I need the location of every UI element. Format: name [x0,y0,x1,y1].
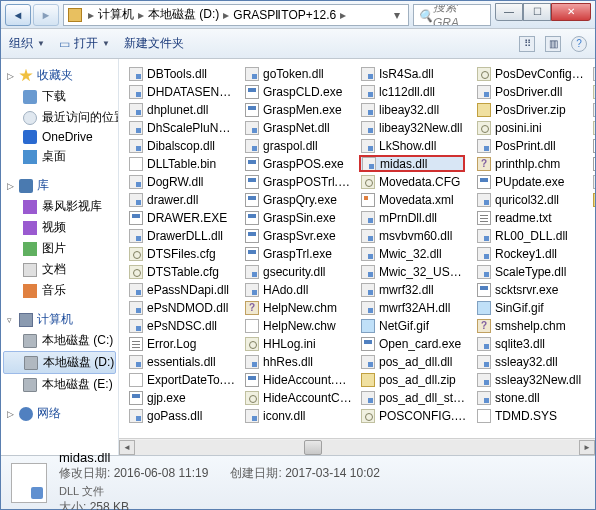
file-item[interactable]: HideAccount.exe [243,371,355,388]
help-icon[interactable]: ? [571,36,587,52]
scroll-right-arrow[interactable]: ► [579,440,595,455]
maximize-button[interactable]: ☐ [523,3,551,21]
network-group[interactable]: ▷ 网络 [1,403,118,424]
file-item[interactable]: ScaleType.dll [475,263,587,280]
file-item[interactable]: scktsrvr.exe [475,281,587,298]
file-item[interactable]: midas.dll [359,155,465,172]
file-item[interactable]: Trace.dll [591,65,595,82]
file-item[interactable]: ePassNDapi.dll [127,281,239,298]
file-item[interactable]: SinGif.gif [475,299,587,316]
file-item[interactable]: POSCONFIG.CFG [359,407,471,424]
file-item[interactable]: ux32w.dll [591,173,595,190]
file-item[interactable]: gsecurity.dll [243,263,355,280]
file-item[interactable]: dhplunet.dll [127,101,239,118]
file-item[interactable]: graspol.dll [243,137,355,154]
file-item[interactable]: DogRW.dll [127,173,239,190]
file-item[interactable]: PosDriver.dll [475,83,587,100]
address-bar[interactable]: ▸ 计算机 ▸ 本地磁盘 (D:) ▸ GRASPⅡTOP+12.6 ▸ ▾ [63,4,409,26]
nav-forward-button[interactable]: ► [33,4,59,26]
file-item[interactable]: printhlp.chm [475,155,587,172]
file-item[interactable]: TransferEth.dll [591,101,595,118]
file-item[interactable]: HideAccountConfig.Ini [243,389,355,406]
sidebar-item[interactable]: OneDrive [1,128,118,146]
file-item[interactable]: HelpNew.chw [243,317,355,334]
file-item[interactable]: hhRes.dll [243,353,355,370]
file-item[interactable]: PosPrint.dll [475,137,587,154]
file-item[interactable]: RL00_DLL.dll [475,227,587,244]
sidebar-item[interactable]: 文档 [1,259,118,280]
file-item[interactable]: iconv.dll [243,407,355,424]
file-item[interactable]: readme.txt [475,209,587,226]
file-item[interactable]: lc112dll.dll [359,83,471,100]
preview-pane-icon[interactable]: ▥ [545,36,561,52]
file-item[interactable]: pos_ad_dll.zip [359,371,471,388]
file-item[interactable]: DTSFiles.cfg [127,245,239,262]
sidebar-item[interactable]: 暴风影视库 [1,196,118,217]
file-item[interactable]: GraspPOS.exe [243,155,355,172]
file-item[interactable]: quricol32.dll [475,191,587,208]
file-item[interactable]: mwrf32AH.dll [359,299,471,316]
file-item[interactable]: libeay32.dll [359,101,471,118]
file-item[interactable]: TradeCfg.CFG [591,83,595,100]
computer-group[interactable]: ▿ 计算机 [1,309,118,330]
sidebar-item[interactable]: 本地磁盘 (C:) [1,330,118,351]
file-item[interactable]: ePsNDMOD.dll [127,299,239,316]
sidebar-item[interactable]: 本地磁盘 (D:) [3,351,116,374]
address-dropdown[interactable]: ▾ [390,8,404,22]
libraries-group[interactable]: ▷ 库 [1,175,118,196]
file-item[interactable]: DLLTable.bin [127,155,239,172]
sidebar-item[interactable]: 下载 [1,86,118,107]
file-item[interactable]: vn2 [591,191,595,208]
file-item[interactable]: pos_ad_dll.dll [359,353,471,370]
file-item[interactable]: Open_card.exe [359,335,471,352]
file-item[interactable]: ExportDateTo.cds [127,371,239,388]
file-item[interactable]: update.ini [591,119,595,136]
file-item[interactable]: Mwic_32_USB.dll [359,263,471,280]
file-item[interactable]: Movedata.xml [359,191,471,208]
sidebar-item[interactable]: 图片 [1,238,118,259]
file-item[interactable]: DBTools.dll [127,65,239,82]
nav-back-button[interactable]: ◄ [5,4,31,26]
file-item[interactable]: ssleay32New.dll [475,371,587,388]
file-item[interactable]: goPass.dll [127,407,239,424]
breadcrumb-part[interactable]: GRASPⅡTOP+12.6 [233,8,336,22]
file-item[interactable]: drawer.dll [127,191,239,208]
file-item[interactable]: DrawerDLL.dll [127,227,239,244]
file-item[interactable]: GraspSvr.exe [243,227,355,244]
horizontal-scrollbar[interactable]: ◄ ► [119,438,595,455]
scroll-thumb[interactable] [304,440,322,455]
search-box[interactable]: 🔍 搜索 GRA... [413,4,491,26]
file-item[interactable]: NetGif.gif [359,317,471,334]
file-item[interactable]: DTSTable.cfg [127,263,239,280]
file-item[interactable]: DRAWER.EXE [127,209,239,226]
file-item[interactable]: PosDriver.zip [475,101,587,118]
organize-menu[interactable]: 组织▼ [9,35,45,52]
file-item[interactable]: DhScalePluNet.dll [127,119,239,136]
file-item[interactable]: PosDevConfig.ini [475,65,587,82]
file-item[interactable]: msvbvm60.dll [359,227,471,244]
file-item[interactable]: Dibalscop.dll [127,137,239,154]
minimize-button[interactable]: — [495,3,523,21]
file-item[interactable]: GraspTrl.exe [243,245,355,262]
file-item[interactable]: LkShow.dll [359,137,471,154]
file-item[interactable]: GraspQry.exe [243,191,355,208]
scroll-left-arrow[interactable]: ◄ [119,440,135,455]
breadcrumb-part[interactable]: 本地磁盘 (D:) [148,6,219,23]
file-item[interactable]: ePsNDSC.dll [127,317,239,334]
file-item[interactable]: stone.dll [475,389,587,406]
file-item[interactable]: goToken.dll [243,65,355,82]
file-item[interactable]: PUpdate.exe [475,173,587,190]
file-item[interactable]: GraspSin.exe [243,209,355,226]
sidebar-item[interactable]: 视频 [1,217,118,238]
file-item[interactable]: essentials.dll [127,353,239,370]
file-item[interactable]: mPrnDll.dll [359,209,471,226]
file-item[interactable]: gjp.exe [127,389,239,406]
file-item[interactable]: GraspMen.exe [243,101,355,118]
new-folder-button[interactable]: 新建文件夹 [124,35,184,52]
favorites-group[interactable]: ▷ 收藏夹 [1,65,118,86]
file-list[interactable]: DBTools.dllDHDATASEND.dlldhplunet.dllDhS… [119,59,595,438]
file-item[interactable]: ssleay32.dll [475,353,587,370]
sidebar-item[interactable]: 桌面 [1,146,118,167]
file-item[interactable]: update.xml [591,137,595,154]
file-item[interactable]: GraspCLD.exe [243,83,355,100]
